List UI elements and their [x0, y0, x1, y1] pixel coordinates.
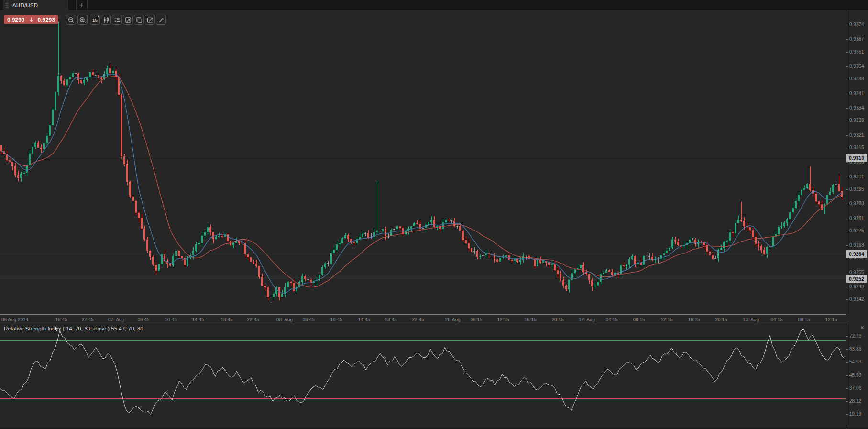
quote-sell-buy-button[interactable]: 0.9290 0.9293	[4, 15, 58, 24]
price-tick-label: 0.9275	[849, 228, 864, 234]
price-tick-label: 0.9248	[849, 284, 864, 290]
chart-tab-bar: AUD/USD +	[0, 0, 868, 11]
price-line-badge[interactable]: 0.9252	[846, 275, 867, 283]
rsi-tick-label: 45.99	[849, 373, 861, 378]
rsi-close-button[interactable]: ×	[860, 324, 864, 331]
rsi-tick-label: 37.06	[849, 385, 861, 391]
time-axis[interactable]: 06 Aug 201418:4522:4507. Aug06:4510:4514…	[0, 314, 846, 324]
price-axis[interactable]: 0.93740.93670.93610.93540.93480.93410.93…	[846, 11, 868, 314]
rsi-tick-label: 19.19	[849, 411, 861, 417]
annotations-button[interactable]	[145, 15, 155, 25]
price-tick-mark	[846, 162, 848, 163]
price-tick-mark	[846, 204, 848, 204]
candlestick-chart-plot[interactable]	[0, 11, 846, 314]
price-tick-label: 0.9281	[849, 216, 864, 221]
chart-type-candlesticks-button[interactable]	[101, 15, 111, 25]
time-tick-label: 12:15	[497, 317, 509, 322]
rsi-tick-mark	[846, 414, 848, 415]
price-tick-mark	[846, 39, 848, 40]
rsi-tick-label: 28.12	[849, 398, 861, 404]
price-tick-label: 0.9348	[849, 76, 864, 82]
drawing-tools-icon	[157, 16, 165, 24]
time-tick-label: 18:45	[220, 317, 232, 322]
price-tick-label: 0.9315	[849, 145, 864, 151]
price-tick-label: 0.9334	[849, 105, 864, 111]
price-tick-mark	[846, 66, 848, 67]
zoom-in-button[interactable]	[77, 15, 88, 25]
price-tick-label: 0.9341	[849, 91, 864, 97]
time-tick-label: 04:15	[770, 317, 782, 322]
rsi-value-axis[interactable]: × 72.7963.8654.9345.9937.0628.1219.19	[846, 324, 868, 427]
tab-audusd[interactable]: AUD/USD	[3, 0, 68, 11]
rsi-indicator-panel[interactable]	[0, 324, 846, 427]
price-tick-mark	[846, 287, 848, 287]
indicators-button[interactable]	[112, 15, 122, 25]
price-tick-mark	[846, 258, 848, 258]
zoom-out-button[interactable]	[66, 15, 76, 25]
time-tick-label: 06:45	[302, 317, 314, 322]
price-tick-label: 0.9321	[849, 132, 864, 138]
price-tick-label: 0.9295	[849, 187, 864, 192]
time-tick-label: 08:15	[470, 317, 482, 322]
time-tick-label: 18:45	[55, 317, 67, 322]
rsi-tick-mark	[846, 336, 848, 337]
zoom-in-icon	[79, 16, 87, 24]
price-tick-label: 0.9242	[849, 297, 864, 302]
price-line-badge[interactable]: 0.9264	[846, 250, 867, 258]
time-tick-label: 12:15	[825, 317, 837, 322]
rsi-line	[0, 329, 844, 415]
rsi-tick-label: 72.79	[849, 333, 861, 339]
price-line-badge[interactable]: 0.9310	[846, 154, 867, 162]
time-tick-label: 16:15	[688, 317, 700, 322]
chart-type-candlesticks-icon	[102, 16, 110, 24]
candles-layer	[0, 22, 843, 302]
price-direction-down-icon	[29, 17, 34, 22]
trading-platform-window: AUD/USD + 0.9290 0.9293 15 0.93740.93670…	[0, 0, 868, 429]
price-tick-mark	[846, 135, 848, 136]
time-tick-label: 16:15	[524, 317, 536, 322]
time-tick-label: 12:15	[660, 317, 672, 322]
price-tick-mark	[846, 52, 848, 53]
rsi-plot[interactable]	[0, 324, 846, 427]
price-tick-mark	[846, 231, 848, 231]
rsi-indicator-label: Relative Strength Index ( 14, 70, 30, cl…	[4, 326, 143, 331]
rsi-tick-label: 63.86	[849, 346, 861, 352]
new-chart-tab-button[interactable]: +	[76, 0, 88, 11]
rsi-tick-mark	[846, 401, 848, 402]
price-tick-label: 0.9354	[849, 64, 864, 69]
price-tick-mark	[846, 94, 848, 94]
time-tick-label: 14:45	[192, 317, 204, 322]
price-tick-label: 0.9268	[849, 242, 864, 248]
time-tick-label: 20:15	[551, 317, 563, 322]
time-tick-label: 14:45	[358, 317, 370, 322]
price-tick-label: 0.9288	[849, 201, 864, 207]
time-tick-label: 10:45	[165, 317, 176, 322]
ask-price: 0.9293	[38, 17, 55, 22]
price-tick-label: 0.9361	[849, 49, 864, 55]
bottom-edge	[0, 427, 868, 429]
price-tick-mark	[846, 148, 848, 148]
tab-label: AUD/USD	[12, 2, 38, 8]
drawing-tools-button[interactable]	[156, 15, 166, 25]
time-tick-label: 08:15	[633, 317, 645, 322]
price-tick-mark	[846, 219, 848, 219]
price-tick-mark	[846, 177, 848, 177]
time-tick-label: 22:45	[247, 317, 259, 322]
timeframe-button[interactable]: 15	[90, 15, 100, 25]
rsi-tick-mark	[846, 375, 848, 376]
time-tick-label: 08:15	[798, 317, 810, 322]
time-tick-label: 11. Aug	[444, 317, 460, 322]
duplicate-chart-button[interactable]	[134, 15, 144, 25]
zoom-out-icon	[67, 16, 75, 24]
time-tick-label: 20:15	[715, 317, 727, 322]
time-tick-label: 07. Aug	[108, 317, 124, 322]
rsi-tick-mark	[846, 388, 848, 389]
time-tick-label: 22:45	[412, 317, 424, 322]
chart-scale-button[interactable]	[123, 15, 133, 25]
price-tick-mark	[846, 273, 848, 273]
chart-scale-icon	[124, 16, 132, 24]
price-tick-mark	[846, 189, 848, 190]
rsi-tick-label: 54.93	[849, 359, 861, 365]
time-tick-label: 18:45	[385, 317, 396, 322]
timeframe-mark	[98, 16, 99, 17]
